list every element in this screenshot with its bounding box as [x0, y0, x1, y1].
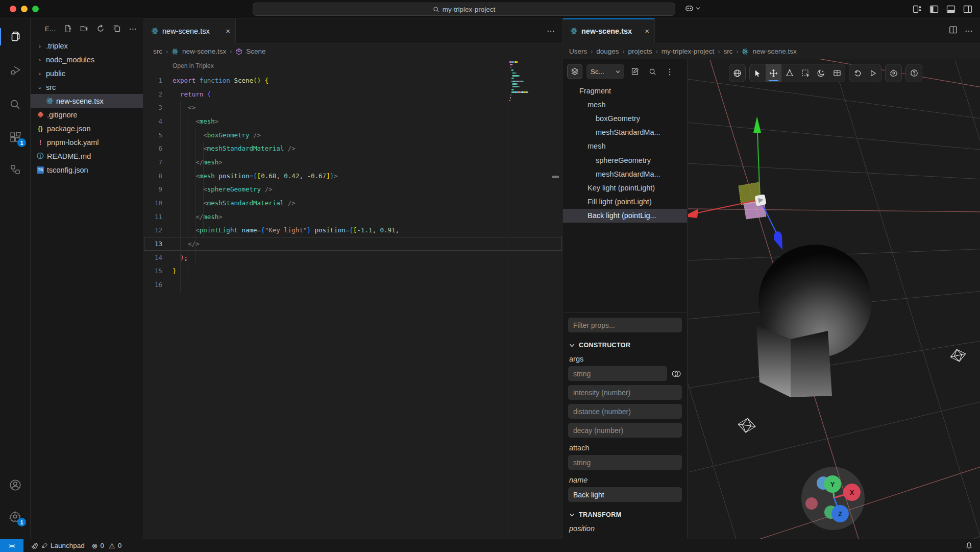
scene-tree-item-boxgeometry[interactable]: boxGeometry	[563, 111, 687, 125]
light-helper-icon[interactable]	[949, 348, 967, 363]
scene-select-dropdown[interactable]: Sc...	[586, 64, 624, 79]
close-window-button[interactable]	[10, 6, 16, 12]
code-line-12[interactable]: 12 <pointLight name={"Key light"} positi…	[144, 224, 562, 237]
new-file-button[interactable]	[63, 24, 72, 33]
section-header-transform[interactable]: TRANSFORM	[569, 511, 682, 518]
prop-input-back-light[interactable]	[568, 487, 682, 502]
marquee-tool-button[interactable]	[797, 64, 813, 82]
command-center-search[interactable]: my-triplex-project	[253, 3, 675, 16]
breadcrumb-segment[interactable]: douges	[596, 47, 619, 55]
translate-gizmo[interactable]	[688, 116, 782, 250]
code-line-14[interactable]: 14 );	[144, 251, 562, 265]
file-item-pnpm-lock-yaml[interactable]: !pnpm-lock.yaml	[31, 135, 143, 149]
box-mesh-right-face[interactable]	[791, 331, 832, 397]
scrollbar-marker[interactable]	[552, 176, 559, 178]
sidebar-item-extensions[interactable]: 1	[0, 126, 30, 148]
problems-status-item[interactable]: ⊗ 0 ⚠ 0	[92, 542, 121, 550]
filter-props-input[interactable]	[568, 318, 682, 332]
file-item--gitignore[interactable]: .gitignore	[31, 108, 143, 122]
scene-tree-item-fragment[interactable]: Fragment	[563, 84, 687, 98]
breadcrumb-segment[interactable]: Users	[569, 47, 587, 55]
scale-tool-button[interactable]	[781, 64, 797, 82]
scene-tree-item-fill-light-pointlight-[interactable]: Fill light (pointLight)	[563, 195, 687, 209]
toggle-primary-sidebar-button[interactable]	[929, 4, 939, 14]
breadcrumb-segment[interactable]: new-scene.tsx	[752, 47, 796, 55]
settings-tool-button[interactable]	[886, 64, 901, 82]
code-line-9[interactable]: 9 <sphereGeometry />	[144, 183, 562, 197]
help-tool-button[interactable]	[906, 64, 922, 82]
launchpad-status-item[interactable]: Launchpad	[31, 542, 85, 550]
code-line-4[interactable]: 4 <mesh>	[144, 114, 562, 128]
scene-tree-item-mesh[interactable]: mesh	[563, 139, 687, 153]
file-item-tsconfig-json[interactable]: TStsconfig.json	[31, 163, 143, 177]
scene-tree-item-spheregeometry[interactable]: sphereGeometry	[563, 153, 687, 167]
breadcrumb-file[interactable]: new-scene.tsx	[182, 47, 226, 55]
breadcrumb[interactable]: src › new-scene.tsx › Scene	[144, 43, 562, 59]
code-line-6[interactable]: 6 <meshStandardMaterial />	[144, 141, 562, 155]
tab-triplex-new-scene[interactable]: new-scene.tsx ×	[563, 18, 655, 43]
sidebar-item-explorer[interactable]	[0, 26, 30, 48]
code-area[interactable]: Open in Triplex 1export function Scene()…	[144, 59, 562, 539]
code-line-2[interactable]: 2 return (	[144, 87, 562, 101]
copilot-menu[interactable]	[684, 4, 700, 13]
scene-tree-item-mesh[interactable]: mesh	[563, 98, 687, 111]
scene-3d-canvas[interactable]: Y X Z	[688, 59, 980, 539]
folder-item--triplex[interactable]: ›.triplex	[31, 39, 143, 53]
code-line-11[interactable]: 11 </mesh>	[144, 210, 562, 224]
tab-close-icon[interactable]: ×	[645, 27, 649, 35]
code-line-5[interactable]: 5 <boxGeometry />	[144, 128, 562, 142]
move-tool-button[interactable]	[766, 64, 781, 82]
triplex-breadcrumb[interactable]: Users›douges›projects›my-triplex-project…	[563, 43, 980, 59]
notifications-bell-button[interactable]	[965, 542, 973, 549]
axis-ball-negz[interactable]	[805, 497, 818, 510]
remote-indicator[interactable]: ><	[0, 539, 23, 552]
moon-tool-button[interactable]	[813, 64, 829, 82]
axis-navigation-gizmo[interactable]: Y X Z	[801, 467, 865, 530]
folder-item-node-modules[interactable]: ›node_modules	[31, 53, 143, 66]
breadcrumb-segment[interactable]: my-triplex-project	[662, 47, 715, 55]
play-tool-button[interactable]	[865, 64, 881, 82]
prop-input-string[interactable]	[568, 455, 682, 470]
explorer-more-actions-button[interactable]: ⋯	[129, 24, 138, 33]
maximize-window-button[interactable]	[32, 6, 39, 12]
edit-scene-button[interactable]	[628, 65, 642, 78]
scene-tree-item-back-light-pointlig-[interactable]: Back light (pointLig...	[563, 209, 687, 223]
sidebar-item-references[interactable]	[0, 158, 30, 181]
tab-new-scene[interactable]: new-scene.tsx ×	[144, 18, 236, 43]
split-editor-button[interactable]	[949, 26, 958, 36]
section-header-constructor[interactable]: CONSTRUCTOR	[569, 342, 682, 349]
file-item-readme-md[interactable]: ⓘREADME.md	[31, 149, 143, 163]
customize-layout-button[interactable]	[912, 4, 922, 14]
minimize-window-button[interactable]	[21, 6, 28, 12]
prop-input-decay-number-[interactable]	[568, 423, 682, 438]
prop-input-intensity-number-[interactable]	[568, 385, 682, 400]
breadcrumb-src[interactable]: src	[153, 47, 162, 55]
collapse-folders-button[interactable]	[112, 24, 121, 33]
breadcrumb-segment[interactable]: src	[723, 47, 732, 55]
code-line-3[interactable]: 3 <>	[144, 101, 562, 114]
light-helper-icon[interactable]	[737, 417, 756, 434]
code-line-8[interactable]: 8 <mesh position={[0.68, 0.42, -0.67]}>	[144, 169, 562, 183]
refresh-button[interactable]	[96, 24, 105, 33]
code-line-16[interactable]: 16	[144, 278, 562, 292]
sidebar-item-search[interactable]	[0, 93, 30, 115]
scene-tree-item-meshstandardma-[interactable]: meshStandardMa...	[563, 126, 687, 139]
accounts-button[interactable]	[0, 474, 30, 496]
scene-more-actions-button[interactable]: ⋮	[663, 65, 676, 78]
scene-tree-item-key-light-pointlight-[interactable]: Key light (pointLight)	[563, 181, 687, 195]
editor-more-actions-button[interactable]: ⋯	[965, 26, 973, 36]
switch-prop-type-icon[interactable]	[671, 369, 682, 378]
code-line-7[interactable]: 7 </mesh>	[144, 155, 562, 169]
code-line-15[interactable]: 15}	[144, 265, 562, 278]
sidebar-item-run-debug[interactable]	[0, 59, 30, 82]
scene-viewport[interactable]: Y X Z	[688, 59, 980, 539]
file-item-new-scene-tsx[interactable]: new-scene.tsx	[31, 94, 143, 108]
prop-input-string[interactable]	[568, 366, 667, 381]
gizmo-arrow-y[interactable]	[753, 116, 761, 133]
cursor-tool-button[interactable]	[750, 64, 766, 82]
scene-layers-button[interactable]	[567, 64, 582, 79]
code-line-13[interactable]: 13 </>	[144, 237, 562, 251]
file-item-package-json[interactable]: {}package.json	[31, 122, 143, 135]
point-light-sprite[interactable]	[754, 194, 766, 206]
grid-tool-button[interactable]	[829, 64, 845, 82]
